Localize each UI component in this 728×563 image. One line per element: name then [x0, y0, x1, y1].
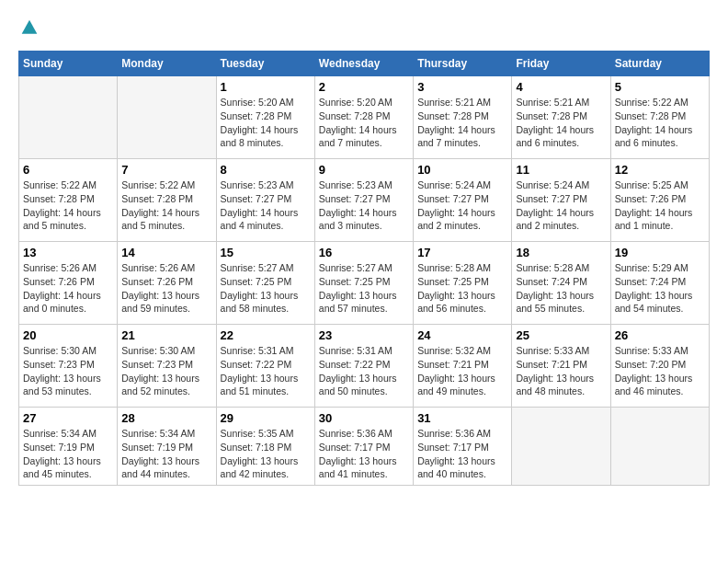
day-info: Sunrise: 5:36 AM Sunset: 7:17 PM Dayligh…: [319, 427, 409, 481]
day-number: 5: [615, 80, 705, 94]
calendar-cell: 27Sunrise: 5:34 AM Sunset: 7:19 PM Dayli…: [19, 408, 118, 486]
week-row-5: 27Sunrise: 5:34 AM Sunset: 7:19 PM Dayli…: [19, 408, 710, 486]
day-info: Sunrise: 5:22 AM Sunset: 7:28 PM Dayligh…: [23, 178, 113, 233]
calendar-cell: 9Sunrise: 5:23 AM Sunset: 7:27 PM Daylig…: [314, 159, 413, 242]
day-info: Sunrise: 5:22 AM Sunset: 7:28 PM Dayligh…: [121, 178, 211, 233]
day-info: Sunrise: 5:24 AM Sunset: 7:27 PM Dayligh…: [516, 178, 606, 233]
calendar-cell: [118, 76, 216, 159]
calendar-cell: 8Sunrise: 5:23 AM Sunset: 7:27 PM Daylig…: [216, 159, 314, 242]
day-number: 27: [23, 411, 113, 425]
day-info: Sunrise: 5:26 AM Sunset: 7:26 PM Dayligh…: [23, 261, 113, 316]
calendar-cell: 31Sunrise: 5:36 AM Sunset: 7:17 PM Dayli…: [414, 408, 512, 486]
day-number: 31: [417, 411, 507, 425]
calendar-cell: 18Sunrise: 5:28 AM Sunset: 7:24 PM Dayli…: [512, 242, 610, 325]
day-number: 20: [23, 328, 113, 342]
day-info: Sunrise: 5:35 AM Sunset: 7:18 PM Dayligh…: [221, 427, 311, 481]
day-number: 16: [319, 246, 409, 259]
calendar-cell: 1Sunrise: 5:20 AM Sunset: 7:28 PM Daylig…: [216, 76, 314, 159]
calendar-cell: 12Sunrise: 5:25 AM Sunset: 7:26 PM Dayli…: [610, 159, 709, 242]
calendar-cell: 3Sunrise: 5:21 AM Sunset: 7:28 PM Daylig…: [414, 76, 512, 159]
day-number: 29: [221, 411, 311, 425]
calendar-cell: 20Sunrise: 5:30 AM Sunset: 7:23 PM Dayli…: [19, 325, 118, 408]
logo-text: [18, 18, 39, 41]
day-info: Sunrise: 5:29 AM Sunset: 7:24 PM Dayligh…: [615, 261, 705, 316]
day-number: 7: [121, 163, 211, 177]
calendar-cell: 15Sunrise: 5:27 AM Sunset: 7:25 PM Dayli…: [216, 242, 314, 325]
day-info: Sunrise: 5:28 AM Sunset: 7:25 PM Dayligh…: [417, 261, 507, 316]
day-info: Sunrise: 5:20 AM Sunset: 7:28 PM Dayligh…: [319, 96, 409, 150]
weekday-header-thursday: Thursday: [414, 52, 512, 76]
calendar-cell: 4Sunrise: 5:21 AM Sunset: 7:28 PM Daylig…: [512, 76, 610, 159]
calendar-cell: 19Sunrise: 5:29 AM Sunset: 7:24 PM Dayli…: [610, 242, 709, 325]
calendar-cell: 28Sunrise: 5:34 AM Sunset: 7:19 PM Dayli…: [118, 408, 216, 486]
day-number: 12: [615, 163, 705, 177]
day-number: 24: [417, 328, 507, 342]
calendar-cell: 2Sunrise: 5:20 AM Sunset: 7:28 PM Daylig…: [314, 76, 413, 159]
day-info: Sunrise: 5:33 AM Sunset: 7:20 PM Dayligh…: [615, 344, 705, 398]
day-number: 1: [221, 80, 311, 94]
day-info: Sunrise: 5:30 AM Sunset: 7:23 PM Dayligh…: [121, 344, 211, 398]
calendar-cell: 21Sunrise: 5:30 AM Sunset: 7:23 PM Dayli…: [118, 325, 216, 408]
calendar-cell: [512, 408, 610, 486]
day-number: 15: [221, 246, 311, 259]
day-info: Sunrise: 5:27 AM Sunset: 7:25 PM Dayligh…: [319, 261, 409, 316]
day-number: 21: [121, 328, 211, 342]
day-number: 6: [23, 163, 113, 177]
day-info: Sunrise: 5:26 AM Sunset: 7:26 PM Dayligh…: [121, 261, 211, 316]
day-info: Sunrise: 5:24 AM Sunset: 7:27 PM Dayligh…: [417, 178, 507, 233]
calendar-table: SundayMondayTuesdayWednesdayThursdayFrid…: [18, 51, 710, 486]
day-info: Sunrise: 5:21 AM Sunset: 7:28 PM Dayligh…: [417, 96, 507, 150]
calendar-cell: 11Sunrise: 5:24 AM Sunset: 7:27 PM Dayli…: [512, 159, 610, 242]
day-info: Sunrise: 5:31 AM Sunset: 7:22 PM Dayligh…: [319, 344, 409, 398]
day-info: Sunrise: 5:23 AM Sunset: 7:27 PM Dayligh…: [221, 178, 311, 233]
day-info: Sunrise: 5:28 AM Sunset: 7:24 PM Dayligh…: [516, 261, 606, 316]
calendar-cell: 16Sunrise: 5:27 AM Sunset: 7:25 PM Dayli…: [314, 242, 413, 325]
day-number: 10: [417, 163, 507, 177]
calendar-cell: 17Sunrise: 5:28 AM Sunset: 7:25 PM Dayli…: [414, 242, 512, 325]
day-number: 30: [319, 411, 409, 425]
calendar-cell: 24Sunrise: 5:32 AM Sunset: 7:21 PM Dayli…: [414, 325, 512, 408]
day-number: 14: [121, 246, 211, 259]
week-row-1: 1Sunrise: 5:20 AM Sunset: 7:28 PM Daylig…: [19, 76, 710, 159]
weekday-header-friday: Friday: [512, 52, 610, 76]
day-info: Sunrise: 5:34 AM Sunset: 7:19 PM Dayligh…: [121, 427, 211, 481]
weekday-header-wednesday: Wednesday: [314, 52, 413, 76]
day-number: 22: [221, 328, 311, 342]
calendar-cell: 29Sunrise: 5:35 AM Sunset: 7:18 PM Dayli…: [216, 408, 314, 486]
day-info: Sunrise: 5:33 AM Sunset: 7:21 PM Dayligh…: [516, 344, 606, 398]
calendar-cell: 7Sunrise: 5:22 AM Sunset: 7:28 PM Daylig…: [118, 159, 216, 242]
svg-marker-0: [22, 20, 38, 34]
week-row-2: 6Sunrise: 5:22 AM Sunset: 7:28 PM Daylig…: [19, 159, 710, 242]
day-info: Sunrise: 5:30 AM Sunset: 7:23 PM Dayligh…: [23, 344, 113, 398]
weekday-header-tuesday: Tuesday: [216, 52, 314, 76]
day-number: 13: [23, 246, 113, 259]
day-number: 23: [319, 328, 409, 342]
calendar-cell: 10Sunrise: 5:24 AM Sunset: 7:27 PM Dayli…: [414, 159, 512, 242]
day-info: Sunrise: 5:34 AM Sunset: 7:19 PM Dayligh…: [23, 427, 113, 481]
day-number: 8: [221, 163, 311, 177]
day-number: 26: [615, 328, 705, 342]
day-info: Sunrise: 5:22 AM Sunset: 7:28 PM Dayligh…: [615, 96, 705, 150]
day-info: Sunrise: 5:21 AM Sunset: 7:28 PM Dayligh…: [516, 96, 606, 150]
calendar-cell: 13Sunrise: 5:26 AM Sunset: 7:26 PM Dayli…: [19, 242, 118, 325]
day-number: 17: [417, 246, 507, 259]
calendar-cell: [610, 408, 709, 486]
calendar-cell: 14Sunrise: 5:26 AM Sunset: 7:26 PM Dayli…: [118, 242, 216, 325]
calendar-cell: 25Sunrise: 5:33 AM Sunset: 7:21 PM Dayli…: [512, 325, 610, 408]
day-info: Sunrise: 5:23 AM Sunset: 7:27 PM Dayligh…: [319, 178, 409, 233]
day-number: 3: [417, 80, 507, 94]
calendar-cell: 22Sunrise: 5:31 AM Sunset: 7:22 PM Dayli…: [216, 325, 314, 408]
day-info: Sunrise: 5:32 AM Sunset: 7:21 PM Dayligh…: [417, 344, 507, 398]
header: [18, 18, 710, 41]
calendar-cell: 26Sunrise: 5:33 AM Sunset: 7:20 PM Dayli…: [610, 325, 709, 408]
day-info: Sunrise: 5:20 AM Sunset: 7:28 PM Dayligh…: [221, 96, 311, 150]
week-row-3: 13Sunrise: 5:26 AM Sunset: 7:26 PM Dayli…: [19, 242, 710, 325]
week-row-4: 20Sunrise: 5:30 AM Sunset: 7:23 PM Dayli…: [19, 325, 710, 408]
day-number: 18: [516, 246, 606, 259]
weekday-header-row: SundayMondayTuesdayWednesdayThursdayFrid…: [19, 52, 710, 76]
day-number: 4: [516, 80, 606, 94]
calendar-cell: [19, 76, 118, 159]
weekday-header-saturday: Saturday: [610, 52, 709, 76]
calendar-cell: 30Sunrise: 5:36 AM Sunset: 7:17 PM Dayli…: [314, 408, 413, 486]
day-number: 19: [615, 246, 705, 259]
